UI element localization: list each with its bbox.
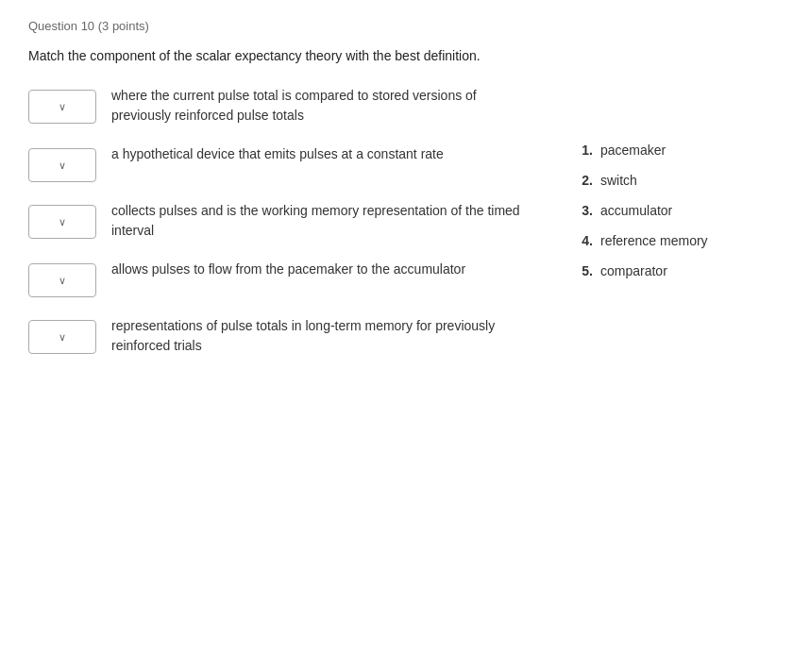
right-item-2: 2. switch (574, 173, 782, 188)
right-item-3: 3. accumulator (574, 203, 782, 218)
match-item-1: ∨ where the current pulse total is compa… (28, 86, 536, 126)
match-item-4: ∨ allows pulses to flow from the pacemak… (28, 260, 536, 297)
matching-container: ∨ where the current pulse total is compa… (28, 86, 782, 356)
dropdown-1[interactable]: ∨ (28, 90, 96, 124)
right-item-1: 1. pacemaker (574, 143, 782, 158)
right-item-4: 4. reference memory (574, 233, 782, 248)
item-text-5: representations of pulse totals in long-… (111, 316, 536, 356)
right-number-3: 3. (574, 203, 593, 218)
right-number-5: 5. (574, 263, 593, 278)
match-item-3: ∨ collects pulses and is the working mem… (28, 201, 536, 241)
chevron-down-icon-2: ∨ (59, 160, 66, 172)
question-header: Question 10 (3 points) (28, 19, 782, 33)
right-label-1: pacemaker (600, 143, 666, 158)
right-column: 1. pacemaker 2. switch 3. accumulator 4.… (574, 86, 782, 278)
chevron-down-icon-4: ∨ (59, 275, 66, 287)
match-item-2: ∨ a hypothetical device that emits pulse… (28, 144, 536, 182)
right-number-1: 1. (574, 143, 593, 158)
right-label-2: switch (600, 173, 637, 188)
dropdown-2[interactable]: ∨ (28, 148, 96, 182)
right-number-2: 2. (574, 173, 593, 188)
right-number-4: 4. (574, 233, 593, 248)
item-text-3: collects pulses and is the working memor… (111, 201, 536, 241)
chevron-down-icon-5: ∨ (59, 331, 66, 344)
right-item-5: 5. comparator (574, 263, 782, 278)
right-label-4: reference memory (600, 233, 708, 248)
item-text-1: where the current pulse total is compare… (111, 86, 536, 126)
item-text-4: allows pulses to flow from the pacemaker… (111, 260, 536, 279)
right-label-5: comparator (600, 263, 667, 278)
dropdown-4[interactable]: ∨ (28, 263, 96, 297)
instruction: Match the component of the scalar expect… (28, 48, 782, 63)
chevron-down-icon-1: ∨ (59, 101, 66, 113)
chevron-down-icon-3: ∨ (59, 216, 66, 228)
dropdown-5[interactable]: ∨ (28, 320, 96, 354)
right-label-3: accumulator (600, 203, 672, 218)
left-column: ∨ where the current pulse total is compa… (28, 86, 536, 356)
match-item-5: ∨ representations of pulse totals in lon… (28, 316, 536, 356)
dropdown-3[interactable]: ∨ (28, 205, 96, 239)
item-text-2: a hypothetical device that emits pulses … (111, 144, 536, 164)
